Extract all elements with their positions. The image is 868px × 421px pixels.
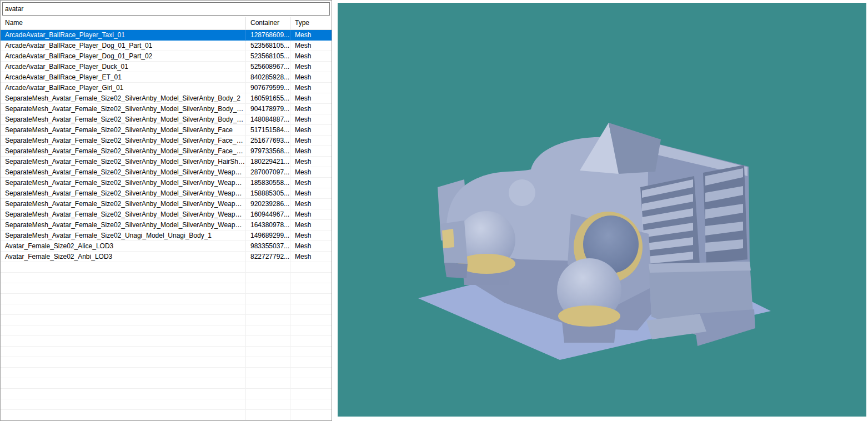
table-row[interactable]: ArcadeAvatar_BallRace_Player_Taxi_011287… [1, 30, 332, 41]
empty-row [1, 315, 332, 325]
table-row[interactable]: SeparateMesh_Avatar_Female_Size02_Silver… [1, 93, 332, 104]
cell-type: Mesh [290, 114, 332, 124]
empty-row [1, 399, 332, 410]
cell-container: 164380978... [246, 220, 290, 230]
column-header-name[interactable]: Name [1, 17, 246, 29]
cell-container: 160591655... [246, 93, 290, 103]
cell-name: SeparateMesh_Avatar_Female_Size02_Silver… [1, 136, 246, 146]
cell-container: 287007097... [246, 167, 290, 177]
empty-cell [246, 273, 290, 283]
table-row[interactable]: SeparateMesh_Avatar_Female_Size02_Silver… [1, 209, 332, 220]
cell-type: Mesh [290, 41, 332, 51]
empty-cell [1, 325, 246, 335]
empty-cell [290, 315, 332, 325]
empty-cell [1, 357, 246, 367]
empty-cell [1, 262, 246, 272]
table-row[interactable]: ArcadeAvatar_BallRace_Player_Girl_019076… [1, 83, 332, 93]
table-row[interactable]: SeparateMesh_Avatar_Female_Size02_Silver… [1, 146, 332, 157]
cell-container: 920239286... [246, 199, 290, 209]
table-row[interactable]: SeparateMesh_Avatar_Female_Size02_Silver… [1, 136, 332, 146]
empty-row [1, 262, 332, 273]
asset-studio-window: Name Container Type ArcadeAvatar_BallRac… [0, 0, 868, 421]
table-row[interactable]: SeparateMesh_Avatar_Female_Size02_Silver… [1, 157, 332, 167]
panel-splitter[interactable] [332, 0, 338, 421]
empty-cell [290, 283, 332, 293]
empty-cell [246, 304, 290, 314]
cell-type: Mesh [290, 230, 332, 240]
empty-cell [290, 368, 332, 378]
table-row[interactable]: SeparateMesh_Avatar_Female_Size02_Silver… [1, 188, 332, 199]
table-row[interactable]: ArcadeAvatar_BallRace_Player_Dog_01_Part… [1, 51, 332, 62]
cell-name: SeparateMesh_Avatar_Female_Size02_Silver… [1, 114, 246, 124]
cell-container: 158885305... [246, 188, 290, 198]
louver-vents-far [703, 165, 747, 264]
cell-type: Mesh [290, 209, 332, 219]
cell-container: 979733568... [246, 146, 290, 156]
cell-type: Mesh [290, 83, 332, 93]
cell-name: ArcadeAvatar_BallRace_Player_Taxi_01 [1, 30, 246, 40]
table-header: Name Container Type [1, 17, 332, 30]
cell-type: Mesh [290, 125, 332, 135]
empty-cell [246, 262, 290, 272]
cell-name: ArcadeAvatar_BallRace_Player_Duck_01 [1, 62, 246, 72]
cell-name: SeparateMesh_Avatar_Female_Size02_Unagi_… [1, 230, 246, 240]
empty-cell [1, 347, 246, 357]
cell-container: 517151584... [246, 125, 290, 135]
table-row[interactable]: Avatar_Female_Size02_Alice_LOD3983355037… [1, 241, 332, 252]
empty-cell [290, 399, 332, 409]
empty-row [1, 294, 332, 304]
table-row[interactable]: SeparateMesh_Avatar_Female_Size02_Silver… [1, 199, 332, 209]
cell-container: 148084887... [246, 114, 290, 124]
asset-list-panel: Name Container Type ArcadeAvatar_BallRac… [0, 0, 332, 421]
empty-cell [1, 283, 246, 293]
empty-cell [246, 336, 290, 346]
search-input[interactable] [2, 2, 330, 16]
table-row[interactable]: SeparateMesh_Avatar_Female_Size02_Silver… [1, 114, 332, 125]
cell-type: Mesh [290, 252, 332, 262]
empty-row [1, 389, 332, 399]
empty-cell [1, 410, 246, 420]
cell-name: SeparateMesh_Avatar_Female_Size02_Silver… [1, 199, 246, 209]
table-row[interactable]: Avatar_Female_Size02_Anbi_LOD3822727792.… [1, 252, 332, 262]
empty-cell [1, 315, 246, 325]
empty-row [1, 347, 332, 357]
empty-cell [246, 378, 290, 388]
mesh-preview-viewport[interactable] [338, 3, 866, 417]
empty-cell [1, 399, 246, 409]
cell-type: Mesh [290, 104, 332, 114]
cell-type: Mesh [290, 167, 332, 177]
cell-name: ArcadeAvatar_BallRace_Player_Girl_01 [1, 83, 246, 93]
cell-name: Avatar_Female_Size02_Anbi_LOD3 [1, 252, 246, 262]
table-row[interactable]: SeparateMesh_Avatar_Female_Size02_Silver… [1, 125, 332, 136]
empty-cell [1, 378, 246, 388]
table-row[interactable]: SeparateMesh_Avatar_Female_Size02_Silver… [1, 167, 332, 178]
cell-name: SeparateMesh_Avatar_Female_Size02_Silver… [1, 167, 246, 177]
empty-cell [246, 399, 290, 409]
empty-cell [290, 273, 332, 283]
cell-container: 185830558... [246, 178, 290, 188]
cell-name: SeparateMesh_Avatar_Female_Size02_Silver… [1, 93, 246, 103]
table-row[interactable]: SeparateMesh_Avatar_Female_Size02_Silver… [1, 178, 332, 188]
empty-cell [246, 347, 290, 357]
table-row[interactable]: ArcadeAvatar_BallRace_Player_Duck_015256… [1, 62, 332, 72]
cell-name: SeparateMesh_Avatar_Female_Size02_Silver… [1, 188, 246, 198]
cell-type: Mesh [290, 51, 332, 61]
preview-panel [338, 0, 868, 421]
table-row[interactable]: SeparateMesh_Avatar_Female_Size02_Silver… [1, 220, 332, 230]
empty-cell [246, 368, 290, 378]
cell-container: 180229421... [246, 157, 290, 167]
column-header-container[interactable]: Container [246, 17, 290, 29]
empty-row [1, 273, 332, 283]
empty-cell [290, 304, 332, 314]
cell-name: SeparateMesh_Avatar_Female_Size02_Silver… [1, 104, 246, 114]
table-row[interactable]: SeparateMesh_Avatar_Female_Size02_Silver… [1, 104, 332, 114]
column-header-type[interactable]: Type [290, 17, 332, 29]
empty-row [1, 283, 332, 294]
table-row[interactable]: SeparateMesh_Avatar_Female_Size02_Unagi_… [1, 230, 332, 241]
cell-name: SeparateMesh_Avatar_Female_Size02_Silver… [1, 220, 246, 230]
cell-container: 840285928... [246, 72, 290, 82]
empty-cell [290, 389, 332, 399]
cell-type: Mesh [290, 241, 332, 251]
table-row[interactable]: ArcadeAvatar_BallRace_Player_Dog_01_Part… [1, 41, 332, 51]
table-row[interactable]: ArcadeAvatar_BallRace_Player_ET_01840285… [1, 72, 332, 83]
